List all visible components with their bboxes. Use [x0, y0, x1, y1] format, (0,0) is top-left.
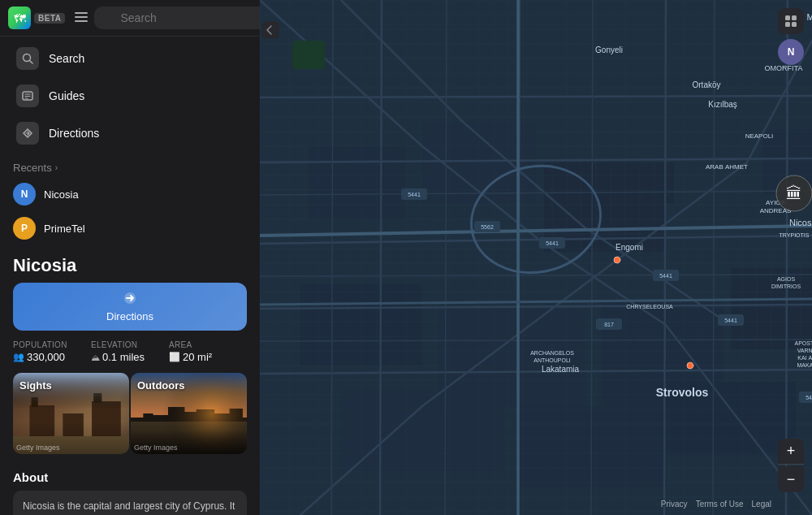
outdoors-photo-card[interactable]: Outdoors Getty Images — [131, 373, 247, 454]
beta-badge: BETA — [34, 13, 65, 24]
legal-link[interactable]: Legal — [752, 500, 771, 509]
directions-button[interactable]: Directions — [13, 283, 247, 331]
recents-chevron-icon: › — [55, 163, 58, 172]
photos-row: Sights Getty Images Outdoors Getty Image… — [0, 373, 260, 464]
elevation-value: 0.1 miles — [102, 351, 145, 363]
map-controls-bottom: + − — [778, 439, 804, 492]
population-stat: POPULATION 👥 330,000 — [13, 340, 91, 363]
primtel-label: PrimeTel — [44, 223, 85, 235]
sidebar: 🗺 BETA 🔍 Search — [0, 0, 260, 515]
directions-nav-icon — [16, 122, 39, 145]
about-section: About Nicosia is the capital and largest… — [0, 464, 260, 515]
population-value: 330,000 — [27, 351, 65, 363]
search-input[interactable] — [94, 6, 260, 29]
directions-nav-label: Directions — [49, 127, 99, 140]
maps-logo-icon: 🗺 — [8, 6, 31, 29]
nav-search[interactable]: Search — [3, 40, 257, 77]
directions-btn-label: Directions — [106, 310, 153, 322]
map-layers-button[interactable] — [778, 8, 804, 34]
elevation-stat: ELEVATION ⛰ 0.1 miles — [91, 340, 169, 363]
nav-guides[interactable]: Guides — [3, 77, 257, 115]
nav-section: Search Guides Directions — [0, 37, 260, 155]
primtel-avatar: P — [13, 217, 36, 240]
svg-text:🗺: 🗺 — [14, 11, 26, 25]
stats-row: POPULATION 👥 330,000 ELEVATION ⛰ 0.1 mil… — [0, 340, 260, 373]
about-text-box: Nicosia is the capital and largest city … — [13, 491, 247, 515]
svg-rect-2 — [75, 12, 88, 14]
search-container: 🔍 — [94, 6, 260, 29]
outdoors-label: Outdoors — [137, 379, 185, 392]
search-nav-label: Search — [49, 52, 84, 65]
guides-nav-label: Guides — [49, 89, 84, 102]
nav-directions[interactable]: Directions — [3, 115, 257, 152]
app-logo: 🗺 BETA — [8, 6, 65, 29]
recent-nicosia[interactable]: N Nicosia — [0, 177, 260, 211]
area-stat: AREA ⬜ 20 mi² — [169, 340, 247, 363]
outdoors-credit: Getty Images — [134, 444, 178, 452]
elevation-icon: ⛰ — [91, 353, 100, 362]
svg-rect-3 — [75, 16, 88, 18]
map-canvas — [260, 0, 812, 515]
guides-nav-icon — [16, 84, 39, 107]
recents-header: Recents › — [0, 155, 260, 177]
svg-line-6 — [30, 61, 33, 64]
terms-link[interactable]: Terms of Use — [696, 500, 744, 509]
sights-photo-card[interactable]: Sights Getty Images — [13, 373, 129, 454]
user-initial: N — [788, 46, 795, 58]
zoom-out-button[interactable]: − — [778, 466, 804, 492]
topbar: 🗺 BETA 🔍 — [0, 0, 260, 37]
place-detail-panel: Nicosia Directions POPULATION 👥 330,000 — [0, 245, 260, 515]
map-controls-top: N — [778, 8, 804, 65]
search-nav-icon — [16, 47, 39, 70]
about-title: About — [13, 470, 247, 484]
place-title: Nicosia — [0, 245, 260, 283]
about-text: Nicosia is the capital and largest city … — [23, 500, 235, 515]
sidebar-toggle-button[interactable] — [75, 11, 88, 25]
privacy-link[interactable]: Privacy — [661, 500, 688, 509]
nicosia-label: Nicosia — [44, 188, 79, 201]
population-icon: 👥 — [13, 352, 24, 362]
svg-rect-15 — [792, 22, 797, 27]
recent-primtel[interactable]: P PrimeTel — [0, 211, 260, 245]
area-value: 20 mi² — [183, 351, 212, 363]
sights-label: Sights — [19, 379, 52, 392]
map-footer: Privacy Terms of Use Legal — [260, 500, 771, 509]
nicosia-avatar: N — [13, 183, 36, 206]
sights-credit: Getty Images — [16, 444, 60, 452]
user-avatar-button[interactable]: N — [778, 39, 804, 65]
svg-rect-14 — [785, 22, 790, 27]
map-area[interactable]: N + − Privacy Terms of Use Legal — [260, 0, 812, 515]
directions-btn-icon — [123, 291, 137, 309]
svg-rect-13 — [792, 15, 797, 20]
zoom-in-button[interactable]: + — [778, 439, 804, 465]
svg-rect-4 — [75, 20, 88, 22]
area-icon: ⬜ — [169, 352, 180, 362]
svg-rect-12 — [785, 15, 790, 20]
